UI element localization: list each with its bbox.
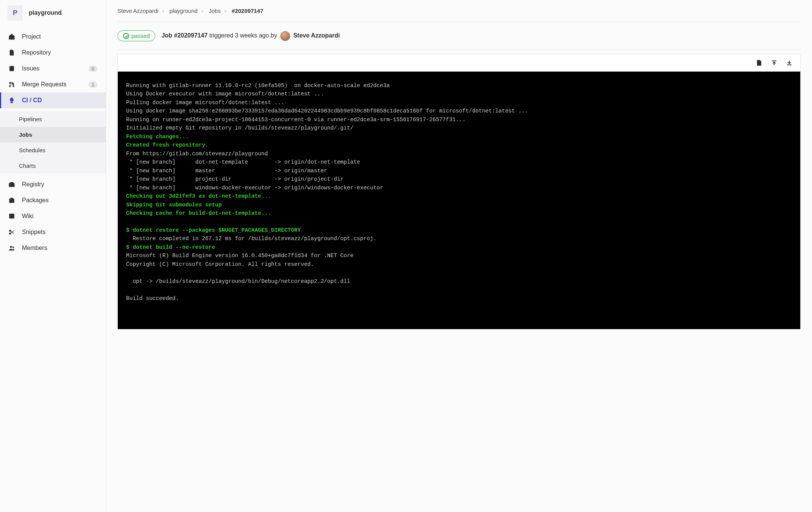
breadcrumb-current: #202097147 <box>232 8 263 14</box>
terminal-output[interactable]: Running with gitlab-runner 11.10.0-rc2 (… <box>118 72 800 329</box>
home-icon <box>8 33 15 40</box>
breadcrumb-jobs[interactable]: Jobs <box>209 8 221 14</box>
log-line: Running on runner-ed2dce3a-project-10644… <box>126 117 465 123</box>
check-circle-icon <box>123 33 129 39</box>
log-line: * [new branch] master -> origin/master <box>126 168 327 174</box>
log-line: Using docker image sha256:e268893be73339… <box>126 108 528 114</box>
rocket-icon <box>8 97 15 104</box>
svg-point-2 <box>9 86 11 87</box>
scroll-bottom-button[interactable] <box>786 59 793 66</box>
status-badge: passed <box>117 30 155 41</box>
file-icon <box>8 49 15 56</box>
sidebar-item-repository[interactable]: Repository <box>0 45 106 61</box>
sidebar-item-label: Snippets <box>22 229 45 236</box>
main-content: Steve Azzopardi› playground› Jobs› #2020… <box>106 0 812 512</box>
log-line: Fetching changes... <box>126 134 189 140</box>
sidebar-header[interactable]: P playground <box>0 0 106 26</box>
log-line: From https://gitlab.com/steveazz/playgro… <box>126 151 268 157</box>
sidebar-item-label: CI / CD <box>22 97 42 104</box>
sidebar-item-label: Project <box>22 33 41 40</box>
log-line: Copyright (C) Microsoft Corporation. All… <box>126 261 314 267</box>
svg-point-8 <box>10 246 12 248</box>
sidebar-item-ci-cd[interactable]: CI / CD <box>0 92 106 108</box>
sidebar-item-issues[interactable]: Issues 0 <box>0 61 106 76</box>
breadcrumb-project[interactable]: playground <box>170 8 198 14</box>
registry-icon <box>8 181 15 188</box>
issues-icon <box>8 65 15 72</box>
log-line: * [new branch] dot-net-template -> origi… <box>126 159 360 165</box>
sidebar-item-members[interactable]: Members <box>0 240 106 256</box>
job-header: passed Job #202097147 triggered 3 weeks … <box>106 22 812 50</box>
project-avatar: P <box>8 5 23 20</box>
log-line: Pulling docker image microsoft/dotnet:la… <box>126 100 284 106</box>
subnav-jobs[interactable]: Jobs <box>0 127 106 142</box>
log-line: Microsoft (R) Build Engine version 16.0.… <box>126 253 353 259</box>
log-line: Restore completed in 267.12 ms for /buil… <box>126 236 376 242</box>
members-icon <box>8 245 15 251</box>
log-line: $ dotnet restore --packages $NUGET_PACKA… <box>126 227 301 233</box>
log-line: Skipping Git submodules setup <box>126 202 222 208</box>
log-line: Created fresh repository. <box>126 142 209 148</box>
package-icon <box>8 197 15 204</box>
status-text: passed <box>131 33 150 39</box>
job-log-panel: Running with gitlab-runner 11.10.0-rc2 (… <box>117 54 801 329</box>
log-line: Checking out 3d21fef3 as dot-net-templat… <box>126 193 271 199</box>
sidebar-item-packages[interactable]: Packages <box>0 192 106 208</box>
sidebar-item-label: Wiki <box>22 213 33 220</box>
sidebar-item-label: Merge Requests <box>22 81 66 88</box>
scissors-icon <box>8 229 15 236</box>
breadcrumb-user[interactable]: Steve Azzopardi <box>117 8 158 14</box>
project-name: playground <box>29 9 62 16</box>
sidebar-item-label: Repository <box>22 49 51 56</box>
svg-point-3 <box>13 86 14 87</box>
log-line: Using Docker executor with image microso… <box>126 91 324 97</box>
sidebar-item-label: Registry <box>22 181 44 188</box>
merge-icon <box>8 81 15 88</box>
ci-cd-subnav: Pipelines Jobs Schedules Charts <box>0 111 106 173</box>
log-line: $ dotnet build --no-restore <box>126 244 215 250</box>
svg-point-1 <box>9 82 11 83</box>
log-toolbar <box>118 54 800 72</box>
sidebar-item-project[interactable]: Project <box>0 29 106 45</box>
job-title: Job #202097147 triggered 3 weeks ago by … <box>161 31 340 41</box>
subnav-schedules[interactable]: Schedules <box>0 142 106 158</box>
scroll-top-button[interactable] <box>771 59 778 66</box>
log-line: Initialized empty Git repository in /bui… <box>126 125 353 131</box>
sidebar-item-registry[interactable]: Registry <box>0 176 106 192</box>
log-line: Build succeeded. <box>126 295 179 301</box>
job-user-name[interactable]: Steve Azzopardi <box>293 32 340 39</box>
breadcrumb: Steve Azzopardi› playground› Jobs› #2020… <box>106 0 812 22</box>
sidebar-item-label: Packages <box>22 197 48 204</box>
mr-count-badge: 1 <box>89 81 97 88</box>
job-title-id: #202097147 <box>174 32 208 39</box>
issues-count-badge: 0 <box>89 66 97 72</box>
subnav-pipelines[interactable]: Pipelines <box>0 111 106 127</box>
svg-rect-5 <box>9 199 14 203</box>
sidebar-item-merge-requests[interactable]: Merge Requests 1 <box>0 76 106 92</box>
job-triggered-text: triggered 3 weeks ago by <box>208 32 279 39</box>
log-line: opt -> /builds/steveazz/playground/bin/D… <box>126 278 350 284</box>
subnav-charts[interactable]: Charts <box>0 158 106 173</box>
svg-point-9 <box>12 247 14 248</box>
raw-log-button[interactable] <box>756 59 762 66</box>
svg-rect-4 <box>9 183 14 187</box>
log-line: Running with gitlab-runner 11.10.0-rc2 (… <box>126 83 390 89</box>
avatar[interactable] <box>280 31 290 41</box>
log-line: * [new branch] project-dir -> origin/pro… <box>126 176 344 182</box>
book-icon <box>8 213 15 220</box>
svg-rect-0 <box>10 66 14 71</box>
sidebar-item-wiki[interactable]: Wiki <box>0 208 106 224</box>
sidebar-item-snippets[interactable]: Snippets <box>0 224 106 240</box>
sidebar-item-label: Issues <box>22 65 39 72</box>
sidebar: P playground Project Repository Issues 0… <box>0 0 106 512</box>
sidebar-item-label: Members <box>22 245 47 251</box>
job-title-prefix: Job <box>161 32 174 39</box>
log-line: Checking cache for build-dot-net-templat… <box>126 210 271 216</box>
log-line: * [new branch] windows-docker-executor -… <box>126 185 383 191</box>
